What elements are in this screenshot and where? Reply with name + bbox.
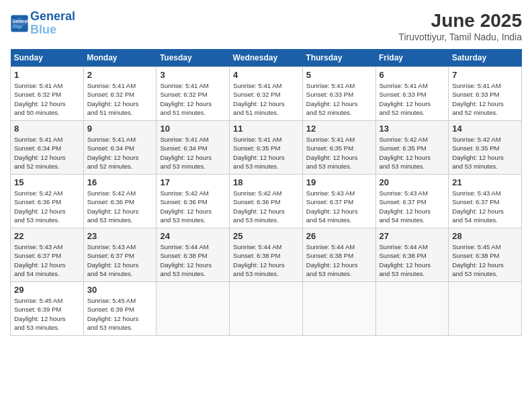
calendar-cell: 4Sunrise: 5:41 AM Sunset: 6:32 PM Daylig… [230,67,303,121]
day-number: 6 [380,70,445,80]
location-title: Tiruvottiyur, Tamil Nadu, India [398,32,522,42]
day-number: 1 [14,70,80,80]
day-number: 30 [87,285,153,295]
svg-text:General: General [13,18,29,23]
day-number: 26 [306,231,372,241]
day-info: Sunrise: 5:43 AM Sunset: 6:37 PM Dayligh… [452,189,518,224]
calendar-cell [375,282,449,336]
calendar-cell: 7Sunrise: 5:41 AM Sunset: 6:33 PM Daylig… [449,67,522,121]
day-number: 17 [160,177,226,187]
logo-line1: General [30,9,75,23]
calendar-cell [230,282,303,336]
calendar-table: SundayMondayTuesdayWednesdayThursdayFrid… [10,49,522,336]
day-info: Sunrise: 5:45 AM Sunset: 6:38 PM Dayligh… [452,242,518,278]
weekday-header-monday: Monday [83,49,157,67]
day-number: 15 [14,177,80,187]
day-info: Sunrise: 5:41 AM Sunset: 6:34 PM Dayligh… [160,135,226,171]
day-info: Sunrise: 5:42 AM Sunset: 6:35 PM Dayligh… [452,135,518,171]
logo: General Blue General Blue [10,10,75,37]
day-number: 3 [160,70,226,80]
logo-text: General Blue [30,10,75,37]
day-number: 7 [452,70,518,80]
calendar-cell: 1Sunrise: 5:41 AM Sunset: 6:32 PM Daylig… [11,67,84,121]
day-number: 28 [452,231,518,241]
day-info: Sunrise: 5:41 AM Sunset: 6:32 PM Dayligh… [14,81,80,117]
month-title: June 2025 [398,10,522,32]
day-info: Sunrise: 5:41 AM Sunset: 6:33 PM Dayligh… [452,81,518,117]
calendar-cell: 27Sunrise: 5:44 AM Sunset: 6:38 PM Dayli… [375,228,449,282]
calendar-cell: 8Sunrise: 5:41 AM Sunset: 6:34 PM Daylig… [11,121,84,175]
day-number: 12 [306,124,372,134]
day-info: Sunrise: 5:41 AM Sunset: 6:35 PM Dayligh… [306,135,372,171]
logo-icon: General Blue [10,14,29,33]
day-number: 10 [160,124,226,134]
day-number: 9 [87,124,153,134]
day-number: 14 [452,124,518,134]
calendar-cell: 29Sunrise: 5:45 AM Sunset: 6:39 PM Dayli… [11,282,84,336]
day-number: 22 [14,231,80,241]
day-info: Sunrise: 5:41 AM Sunset: 6:35 PM Dayligh… [233,135,299,171]
day-number: 25 [233,231,299,241]
day-info: Sunrise: 5:43 AM Sunset: 6:37 PM Dayligh… [14,242,80,278]
day-info: Sunrise: 5:42 AM Sunset: 6:36 PM Dayligh… [87,189,153,224]
day-info: Sunrise: 5:41 AM Sunset: 6:32 PM Dayligh… [233,81,299,117]
calendar-cell: 2Sunrise: 5:41 AM Sunset: 6:32 PM Daylig… [83,67,157,121]
day-number: 21 [452,177,518,187]
calendar-cell: 16Sunrise: 5:42 AM Sunset: 6:36 PM Dayli… [83,175,157,228]
day-info: Sunrise: 5:44 AM Sunset: 6:38 PM Dayligh… [380,242,445,278]
calendar-cell: 11Sunrise: 5:41 AM Sunset: 6:35 PM Dayli… [230,121,303,175]
day-info: Sunrise: 5:41 AM Sunset: 6:32 PM Dayligh… [160,81,226,117]
svg-text:Blue: Blue [13,24,22,29]
calendar-cell: 24Sunrise: 5:44 AM Sunset: 6:38 PM Dayli… [157,228,230,282]
day-number: 11 [233,124,299,134]
day-number: 2 [87,70,153,80]
weekday-header-sunday: Sunday [11,49,84,67]
day-number: 24 [160,231,226,241]
day-number: 23 [87,231,153,241]
logo-line2: Blue [30,23,56,36]
day-info: Sunrise: 5:42 AM Sunset: 6:35 PM Dayligh… [380,135,445,171]
day-number: 18 [233,177,299,187]
calendar-cell: 10Sunrise: 5:41 AM Sunset: 6:34 PM Dayli… [157,121,230,175]
calendar-cell: 26Sunrise: 5:44 AM Sunset: 6:38 PM Dayli… [302,228,375,282]
calendar-cell: 28Sunrise: 5:45 AM Sunset: 6:38 PM Dayli… [449,228,522,282]
calendar-cell: 22Sunrise: 5:43 AM Sunset: 6:37 PM Dayli… [11,228,84,282]
day-number: 27 [380,231,445,241]
calendar-week-row: 22Sunrise: 5:43 AM Sunset: 6:37 PM Dayli… [11,228,522,282]
calendar-week-row: 15Sunrise: 5:42 AM Sunset: 6:36 PM Dayli… [11,175,522,228]
calendar-week-row: 1Sunrise: 5:41 AM Sunset: 6:32 PM Daylig… [11,67,522,121]
day-number: 8 [14,124,80,134]
calendar-cell: 20Sunrise: 5:43 AM Sunset: 6:37 PM Dayli… [375,175,449,228]
day-number: 13 [380,124,445,134]
calendar-cell [302,282,375,336]
calendar-cell [449,282,522,336]
calendar-cell: 18Sunrise: 5:42 AM Sunset: 6:36 PM Dayli… [230,175,303,228]
weekday-header-row: SundayMondayTuesdayWednesdayThursdayFrid… [11,49,522,67]
day-info: Sunrise: 5:41 AM Sunset: 6:32 PM Dayligh… [87,81,153,117]
calendar-cell: 19Sunrise: 5:43 AM Sunset: 6:37 PM Dayli… [302,175,375,228]
day-info: Sunrise: 5:42 AM Sunset: 6:36 PM Dayligh… [160,189,226,224]
day-info: Sunrise: 5:43 AM Sunset: 6:37 PM Dayligh… [380,189,445,224]
day-number: 20 [380,177,445,187]
day-info: Sunrise: 5:44 AM Sunset: 6:38 PM Dayligh… [233,242,299,278]
day-info: Sunrise: 5:41 AM Sunset: 6:33 PM Dayligh… [380,81,445,117]
day-info: Sunrise: 5:42 AM Sunset: 6:36 PM Dayligh… [14,189,80,224]
calendar-cell: 5Sunrise: 5:41 AM Sunset: 6:33 PM Daylig… [302,67,375,121]
calendar-cell: 9Sunrise: 5:41 AM Sunset: 6:34 PM Daylig… [83,121,157,175]
day-info: Sunrise: 5:41 AM Sunset: 6:33 PM Dayligh… [306,81,372,117]
calendar-cell: 25Sunrise: 5:44 AM Sunset: 6:38 PM Dayli… [230,228,303,282]
weekday-header-wednesday: Wednesday [230,49,303,67]
day-info: Sunrise: 5:42 AM Sunset: 6:36 PM Dayligh… [233,189,299,224]
calendar-cell: 14Sunrise: 5:42 AM Sunset: 6:35 PM Dayli… [449,121,522,175]
calendar-cell: 17Sunrise: 5:42 AM Sunset: 6:36 PM Dayli… [157,175,230,228]
title-area: June 2025 Tiruvottiyur, Tamil Nadu, Indi… [398,10,522,42]
weekday-header-tuesday: Tuesday [157,49,230,67]
calendar-cell: 23Sunrise: 5:43 AM Sunset: 6:37 PM Dayli… [83,228,157,282]
day-info: Sunrise: 5:43 AM Sunset: 6:37 PM Dayligh… [306,189,372,224]
calendar-cell: 21Sunrise: 5:43 AM Sunset: 6:37 PM Dayli… [449,175,522,228]
calendar-week-row: 29Sunrise: 5:45 AM Sunset: 6:39 PM Dayli… [11,282,522,336]
day-info: Sunrise: 5:41 AM Sunset: 6:34 PM Dayligh… [87,135,153,171]
weekday-header-thursday: Thursday [302,49,375,67]
day-number: 19 [306,177,372,187]
day-info: Sunrise: 5:44 AM Sunset: 6:38 PM Dayligh… [306,242,372,278]
